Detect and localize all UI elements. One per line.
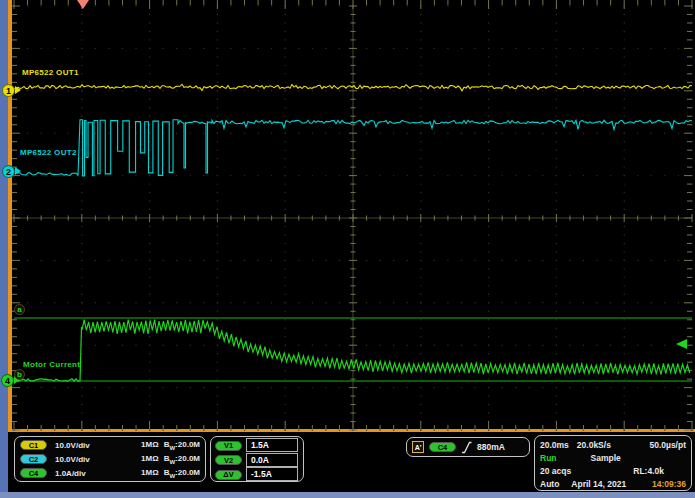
ch1-label: MP6522 OUT1 bbox=[22, 68, 79, 77]
channel-row-c2[interactable]: C2 10.0V/div 1MΩBW:20.0M bbox=[15, 452, 205, 466]
cursor-b-marker[interactable]: b bbox=[14, 369, 25, 380]
trigger-event-badge[interactable]: A' bbox=[412, 441, 424, 453]
dv-badge[interactable]: ΔV bbox=[215, 470, 242, 480]
time-value: 14:09:36 bbox=[652, 479, 686, 489]
ch4-marker[interactable]: 4 bbox=[1, 374, 14, 387]
channel-row-c4[interactable]: C4 1.0A/div 1MΩBW:20.0M bbox=[15, 466, 205, 480]
run-status: Run bbox=[540, 453, 557, 463]
timebase-row: 20.0ms 20.0kS/s 50.0µs/pt bbox=[540, 438, 686, 451]
acq-mode: Sample bbox=[591, 453, 621, 463]
datetime-row: Auto April 14, 2021 14:09:36 bbox=[540, 477, 686, 490]
c4-impedance-bw: 1MΩBW:20.0M bbox=[141, 468, 200, 479]
ch2-label: MP6522 OUT2 bbox=[20, 148, 77, 157]
c2-badge[interactable]: C2 bbox=[20, 454, 47, 464]
resolution-value: 50.0µs/pt bbox=[649, 440, 686, 450]
cursor-row-v2[interactable]: V2 0.0A bbox=[211, 453, 303, 467]
trigger-source-badge[interactable]: C4 bbox=[429, 442, 456, 452]
cursor-readout-panel[interactable]: V1 1.5A V2 0.0A ΔV -1.5A bbox=[210, 436, 304, 482]
timebase-value: 20.0ms bbox=[540, 440, 569, 450]
acq-count: 20 acqs bbox=[540, 466, 571, 476]
cursor-row-dv[interactable]: ΔV -1.5A bbox=[211, 468, 303, 482]
cursor-a-marker[interactable]: a bbox=[14, 304, 25, 315]
channel-settings-panel[interactable]: C1 10.0V/div 1MΩBW:20.0M C2 10.0V/div 1M… bbox=[14, 436, 206, 482]
ch1-marker[interactable]: 1 bbox=[2, 84, 15, 97]
acq-state-row: Run Sample bbox=[540, 451, 686, 464]
date-value: April 14, 2021 bbox=[571, 479, 626, 489]
c4-scale: 1.0A/div bbox=[55, 469, 113, 478]
oscilloscope-screen: MP6522 OUT1 MP6522 OUT2 Motor Current 1 … bbox=[0, 0, 695, 498]
ch4-trace bbox=[14, 320, 690, 382]
v1-value: 1.5A bbox=[246, 438, 298, 452]
trigger-mode: Auto bbox=[540, 479, 559, 489]
horizontal-readout-panel[interactable]: 20.0ms 20.0kS/s 50.0µs/pt Run Sample 20 … bbox=[534, 435, 692, 491]
sample-rate-value: 20.0kS/s bbox=[577, 440, 611, 450]
trigger-level-value: 880mA bbox=[477, 442, 505, 452]
c1-badge[interactable]: C1 bbox=[20, 440, 47, 450]
c1-scale: 10.0V/div bbox=[55, 441, 113, 450]
v2-value: 0.0A bbox=[246, 453, 298, 467]
trigger-position-icon[interactable] bbox=[77, 0, 89, 9]
record-length: RL:4.0k bbox=[633, 466, 664, 476]
ch2-marker-arrow-icon bbox=[15, 167, 21, 175]
c1-impedance-bw: 1MΩBW:20.0M bbox=[141, 440, 200, 451]
trigger-level-icon[interactable] bbox=[676, 339, 687, 349]
waveform-display bbox=[0, 0, 695, 432]
channel-row-c1[interactable]: C1 10.0V/div 1MΩBW:20.0M bbox=[15, 438, 205, 452]
c4-badge[interactable]: C4 bbox=[20, 468, 47, 478]
cursor-row-v1[interactable]: V1 1.5A bbox=[211, 439, 303, 453]
ch1-marker-arrow-icon bbox=[15, 86, 21, 94]
ch2-marker[interactable]: 2 bbox=[2, 165, 15, 178]
v1-badge[interactable]: V1 bbox=[215, 441, 242, 451]
bezel-bottom bbox=[0, 492, 695, 498]
dv-value: -1.5A bbox=[246, 467, 298, 481]
v2-badge[interactable]: V2 bbox=[215, 455, 242, 465]
trigger-readout-panel[interactable]: A' C4 880mA bbox=[406, 437, 530, 457]
c2-impedance-bw: 1MΩBW:20.0M bbox=[141, 454, 200, 465]
rising-edge-icon bbox=[461, 441, 472, 454]
ch4-label: Motor Current bbox=[23, 360, 80, 369]
acq-count-row: 20 acqs RL:4.0k bbox=[540, 464, 686, 477]
c2-scale: 10.0V/div bbox=[55, 455, 113, 464]
